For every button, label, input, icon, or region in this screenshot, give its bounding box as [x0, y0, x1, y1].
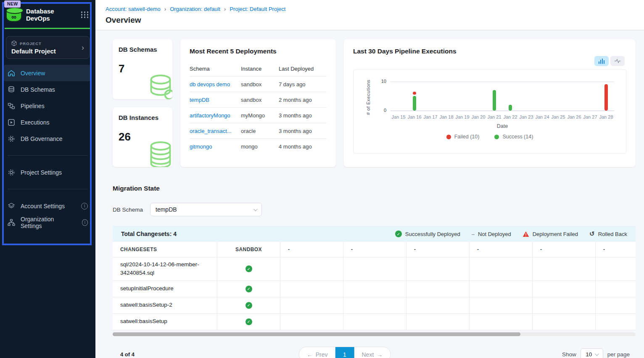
x-tick-label: Jan 20	[470, 114, 486, 119]
migration-state-title: Migration State	[113, 185, 636, 192]
sidebar-nav: Overview DB Schemas Pipelines Executions…	[0, 65, 95, 231]
check-circle-icon: ✓	[245, 265, 252, 272]
db-instances-card-title: DB Instances	[119, 114, 166, 121]
sidebar-item-db-governance[interactable]: DB Governance	[4, 130, 92, 147]
app-grid-menu-icon[interactable]	[81, 11, 89, 18]
sidebar-item-account-settings[interactable]: Account Settings i	[4, 198, 92, 214]
schema-link[interactable]: gitmongo	[190, 143, 212, 150]
legend-label: Deployment Failed	[533, 231, 578, 237]
chart-plot	[391, 82, 614, 111]
schema-link[interactable]: db devops demo	[190, 81, 230, 88]
line-chart-toggle-icon[interactable]	[610, 56, 625, 66]
per-page-label: per page	[607, 351, 630, 358]
changeset-name: satwell:basisSetup	[113, 314, 217, 330]
page-1-button[interactable]: 1	[335, 347, 354, 358]
horizontal-scrollbar[interactable]	[113, 332, 636, 336]
sidebar-item-label: DB Governance	[21, 135, 63, 142]
sidebar-item-overview[interactable]: Overview	[4, 65, 92, 81]
pagination-count: 4 of 4	[120, 351, 135, 358]
prev-button[interactable]: ← Prev	[299, 347, 335, 358]
x-tick-label: Jan 21	[486, 114, 502, 119]
chart-xlabels: Jan 15Jan 16Jan 17Jan 18Jan 19Jan 20Jan …	[391, 114, 614, 119]
migration-table: CHANGESETS SANDBOX - - - - - - sql/2024-…	[113, 242, 636, 330]
breadcrumb-separator-icon: ›	[164, 6, 166, 12]
chart-y-axis-label: # of Executions	[365, 74, 371, 120]
x-tick-label: Jan 16	[406, 114, 422, 119]
legend-label: Not Deployed	[478, 231, 511, 237]
chevron-down-icon	[253, 207, 258, 211]
page-title: Overview	[106, 16, 644, 25]
col-changesets: CHANGESETS	[113, 242, 217, 257]
legend-item-success: Success (14)	[494, 134, 533, 140]
legend-rolled-back: ↺ Rolled Back	[589, 230, 627, 238]
legend-successfully-deployed: ✓ Successfully Deployed	[395, 231, 460, 237]
bar-column	[470, 82, 486, 111]
last-deployed-cell: 3 months ago	[279, 112, 327, 119]
deployments-header-row: Schema Instance Last Deployed	[190, 61, 327, 77]
chart-legend: Failed (10) Success (14)	[354, 134, 626, 140]
db-schema-select-value: tempDB	[156, 206, 253, 213]
bar-column	[550, 82, 566, 111]
schema-link[interactable]: oracle_transact...	[190, 128, 232, 134]
project-name: Default Project	[11, 48, 84, 55]
table-row: satwell:basisSetup ✓	[113, 314, 636, 330]
chevron-down-icon	[595, 352, 599, 356]
scrollbar-thumb[interactable]	[113, 332, 520, 336]
rollback-arrow-icon: ↺	[589, 230, 595, 238]
x-tick-label: Jan 27	[582, 114, 598, 119]
x-tick-label: Jan 17	[422, 114, 438, 119]
sidebar-item-project-settings[interactable]: Project Settings	[4, 164, 92, 180]
last-deployed-cell: 3 months ago	[279, 128, 327, 134]
breadcrumb-organization-link[interactable]: Organization: default	[170, 6, 220, 12]
project-selector[interactable]: PROJECT Default Project ›	[6, 36, 90, 59]
page-size-select[interactable]: 10	[581, 348, 603, 358]
chart-title: Last 30 Days Pipeline Executions	[353, 48, 626, 55]
sidebar-item-db-schemas[interactable]: DB Schemas	[4, 81, 92, 98]
x-tick-label: Jan 25	[550, 114, 566, 119]
breadcrumb-account-link[interactable]: Account: satwell-demo	[106, 6, 161, 12]
nav-divider	[8, 189, 88, 189]
db-instances-card: DB Instances 26	[113, 107, 172, 167]
bar-column	[406, 82, 422, 111]
col-dash: -	[280, 242, 343, 257]
breadcrumb-separator-icon: ›	[224, 6, 226, 12]
success-bar	[509, 105, 512, 111]
sidebar-item-organization-settings[interactable]: Organization Settings i	[4, 214, 92, 231]
legend-item-failed: Failed (10)	[446, 134, 480, 140]
db-schema-select[interactable]: tempDB	[150, 203, 262, 216]
bar-chart-toggle-icon[interactable]	[594, 56, 609, 66]
breadcrumb-project-link[interactable]: Project: Default Project	[230, 6, 285, 12]
migration-table-wrap: Total Changesets: 4 ✓ Successfully Deplo…	[113, 226, 636, 336]
sidebar-item-label: Overview	[21, 70, 45, 77]
bar-column	[422, 82, 438, 111]
org-chart-gear-icon	[8, 219, 15, 226]
layers-gear-icon	[8, 202, 15, 210]
schema-link[interactable]: artifactoryMongo	[190, 112, 230, 119]
x-tick-label: Jan 18	[438, 114, 454, 119]
table-row: artifactoryMongo myMongo 3 months ago	[190, 108, 327, 123]
bar-column	[502, 82, 518, 111]
sidebar-item-pipelines[interactable]: Pipelines	[4, 98, 92, 114]
prev-label: Prev	[316, 351, 328, 358]
last-deployed-cell: 2 months ago	[279, 97, 327, 103]
sidebar-item-label: Account Settings	[21, 203, 65, 209]
breadcrumb: Account: satwell-demo › Organization: de…	[106, 6, 644, 12]
next-button[interactable]: Next →	[354, 347, 391, 358]
green-divider	[5, 28, 91, 29]
chevron-right-icon: ›	[82, 43, 84, 52]
info-icon[interactable]: i	[81, 203, 88, 209]
failed-dot-icon	[446, 135, 451, 139]
sidebar-item-label: Pipelines	[21, 103, 45, 109]
info-icon[interactable]: i	[82, 219, 88, 226]
schema-link[interactable]: tempDB	[190, 97, 209, 103]
sidebar: NEW ∞ Database DevOps PROJECT Default Pr…	[0, 0, 95, 358]
col-last-deployed: Last Deployed	[279, 66, 327, 72]
col-dash: -	[406, 242, 470, 257]
next-label: Next	[362, 351, 374, 358]
sidebar-item-label: Executions	[21, 119, 49, 126]
project-label: PROJECT	[20, 41, 42, 46]
col-instance: Instance	[241, 66, 279, 72]
page-header: Account: satwell-demo › Organization: de…	[95, 0, 644, 30]
x-tick-label: Jan 28	[598, 114, 614, 119]
sidebar-item-executions[interactable]: Executions	[4, 114, 92, 130]
